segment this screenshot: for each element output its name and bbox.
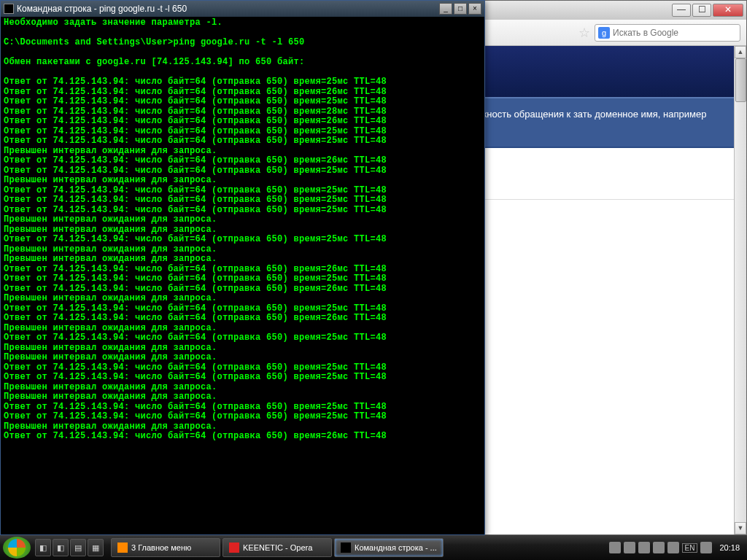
taskbar-items: 3 Главное менюKEENETIC - OperaКомандная …: [111, 538, 605, 557]
ql-item-1[interactable]: ◧: [35, 539, 51, 556]
task-item-label: Командная строка - ...: [355, 543, 437, 552]
browser-minimize-button[interactable]: —: [672, 4, 691, 17]
task-app-icon: [117, 542, 128, 553]
tray-icon-flag[interactable]: [667, 542, 679, 553]
cmd-output-area[interactable]: Необходимо задать значение параметра -l.…: [1, 17, 484, 534]
taskbar-clock[interactable]: 20:18: [719, 543, 740, 552]
tray-icon-chevron[interactable]: [609, 542, 621, 553]
task-app-icon: [341, 542, 351, 553]
system-tray: EN 20:18: [605, 542, 744, 553]
taskbar-item-2[interactable]: Командная строка - ...: [334, 538, 444, 557]
task-item-label: KEENETIC - Opera: [243, 543, 312, 552]
cmd-titlebar[interactable]: Командная строка - ping google.ru -t -l …: [1, 1, 484, 17]
tray-icon-sound[interactable]: [638, 542, 650, 553]
taskbar-item-1[interactable]: KEENETIC - Opera: [222, 538, 332, 557]
browser-maximize-button[interactable]: ☐: [692, 4, 711, 17]
ql-item-2[interactable]: ◧: [53, 539, 69, 556]
ql-item-3[interactable]: ▤: [70, 539, 86, 556]
browser-vertical-scrollbar[interactable]: ▲ ▼: [734, 46, 746, 534]
quick-launch: ◧ ◧ ▤ ▦: [35, 539, 104, 556]
cmd-close-button[interactable]: ×: [468, 3, 481, 15]
task-item-label: 3 Главное меню: [131, 543, 191, 552]
scroll-down-icon[interactable]: ▼: [735, 522, 746, 534]
cmd-window-title: Командная строка - ping google.ru -t -l …: [17, 4, 439, 14]
search-input[interactable]: [613, 28, 737, 38]
tray-icon-shield[interactable]: [653, 542, 665, 553]
language-indicator[interactable]: EN: [682, 543, 698, 553]
cmd-app-icon: [4, 4, 14, 14]
windows-logo-icon: [8, 539, 26, 556]
command-prompt-window: Командная строка - ping google.ru -t -l …: [0, 0, 485, 535]
tray-icon-misc[interactable]: [700, 542, 712, 553]
tray-icon-network[interactable]: [624, 542, 635, 553]
scroll-thumb[interactable]: [735, 58, 746, 102]
bookmark-star-icon[interactable]: ☆: [578, 25, 590, 41]
google-badge-icon: g: [598, 27, 610, 39]
ql-item-4[interactable]: ▦: [88, 539, 104, 556]
taskbar-item-0[interactable]: 3 Главное меню: [111, 538, 220, 557]
browser-close-button[interactable]: ✕: [713, 4, 743, 17]
cmd-maximize-button[interactable]: □: [454, 3, 467, 15]
scroll-up-icon[interactable]: ▲: [735, 46, 746, 58]
browser-search-box[interactable]: g: [595, 24, 740, 42]
cmd-minimize-button[interactable]: _: [439, 3, 452, 15]
start-button[interactable]: [3, 537, 31, 559]
task-app-icon: [229, 542, 239, 553]
taskbar: ◧ ◧ ▤ ▦ 3 Главное менюKEENETIC - OperaКо…: [0, 535, 747, 560]
